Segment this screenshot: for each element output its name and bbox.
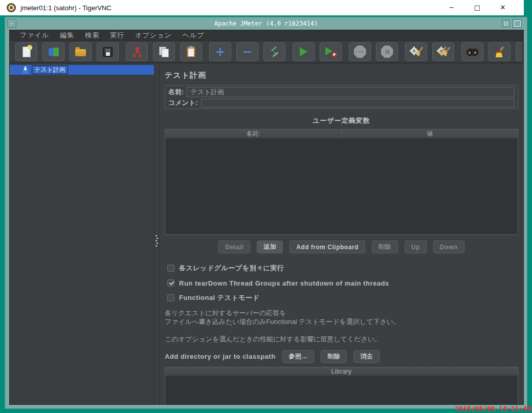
- copy-button[interactable]: [153, 42, 175, 61]
- library-table[interactable]: Library: [165, 367, 518, 404]
- delete-button[interactable]: 削除: [372, 241, 398, 253]
- stop-button[interactable]: STOP: [349, 42, 371, 61]
- note-line-1: 各リクエストに対するサーバーの応答を: [165, 309, 518, 317]
- cut-scissors-icon: [132, 47, 142, 57]
- cut-button[interactable]: [126, 42, 148, 61]
- templates-icon: [48, 48, 59, 56]
- udv-button-row: Detail 追加 Add from Clipboard 削除 Up Down: [165, 241, 518, 253]
- window-menu-button[interactable]: –: [7, 19, 16, 28]
- save-button[interactable]: [97, 42, 119, 61]
- note-line-2: ファイルへ書き込みたい場合のみFunctional テストモードを選択して下さい…: [165, 317, 518, 326]
- open-file-button[interactable]: [70, 42, 92, 61]
- name-input[interactable]: [187, 87, 515, 97]
- tigervnc-logo-icon: [7, 3, 16, 12]
- run-threadgroups-separately-label: 各スレッドグループを別々に実行: [179, 264, 284, 273]
- udv-table-header: 名前: 値: [165, 129, 518, 138]
- start-no-timers-button[interactable]: [320, 42, 342, 61]
- save-floppy-icon: [103, 47, 113, 57]
- clipped-toolbar-button[interactable]: [516, 42, 522, 61]
- menu-options[interactable]: オプション: [135, 31, 172, 40]
- library-table-body[interactable]: [165, 376, 518, 404]
- new-file-icon: [23, 47, 31, 57]
- functional-mode-checkbox[interactable]: [167, 294, 174, 301]
- vnc-timestamp: 2018/08/09 14:21:40: [455, 405, 531, 412]
- vnc-titlebar: jmeter01:1 (satohr) - TigerVNC − □ ✕: [0, 0, 524, 15]
- shutdown-octagon-icon: [381, 46, 393, 58]
- browse-button[interactable]: 参照...: [282, 350, 315, 363]
- paste-button[interactable]: [180, 42, 202, 61]
- stop-sign-icon: STOP: [354, 46, 366, 58]
- menu-search[interactable]: 検索: [85, 31, 99, 40]
- test-plan-tree[interactable]: テスト計画: [10, 65, 154, 404]
- menu-help[interactable]: ヘルプ: [183, 31, 205, 40]
- classpath-delete-button[interactable]: 削除: [321, 350, 347, 363]
- run-teardown-row: Run tearDown Thread Groups after shutdow…: [167, 279, 518, 287]
- toggle-element-button[interactable]: ↘: [263, 42, 285, 61]
- minimize-button[interactable]: −: [440, 0, 463, 15]
- shutdown-button[interactable]: [376, 42, 398, 61]
- window-minimize-button[interactable]: [502, 19, 509, 27]
- jmeter-titlebar[interactable]: – Apache JMeter (4.0 r1823414): [5, 17, 527, 29]
- menu-file[interactable]: ファイル: [20, 31, 49, 40]
- run-threadgroups-separately-checkbox[interactable]: [167, 265, 174, 272]
- library-header[interactable]: Library: [165, 367, 518, 376]
- options-checkboxes: 各スレッドグループを別々に実行 Run tearDown Thread Grou…: [167, 264, 518, 302]
- start-button[interactable]: [293, 42, 315, 61]
- clear-all-button[interactable]: [432, 42, 454, 61]
- udv-table-body[interactable]: [165, 138, 518, 234]
- new-file-button[interactable]: [15, 42, 37, 61]
- jmeter-window-title: Apache JMeter (4.0 r1823414): [5, 20, 527, 27]
- up-button[interactable]: Up: [405, 241, 427, 253]
- test-plan-panel: テスト計画 名前: コメント: ユーザー定義変数: [160, 65, 523, 404]
- clear-all-gear-brooms-icon: [437, 47, 450, 57]
- classpath-clear-button[interactable]: 消去: [353, 350, 380, 363]
- open-template-button[interactable]: [42, 42, 64, 61]
- name-comment-box: 名前: コメント:: [165, 85, 518, 109]
- add-button[interactable]: 追加: [257, 241, 283, 253]
- menu-run[interactable]: 実行: [110, 31, 124, 40]
- maximize-button[interactable]: □: [465, 0, 489, 15]
- run-threadgroups-separately-row: 各スレッドグループを別々に実行: [167, 264, 518, 272]
- run-teardown-checkbox[interactable]: [167, 279, 174, 287]
- splitter-grip-icon[interactable]: [156, 234, 158, 248]
- functional-mode-note: 各リクエストに対するサーバーの応答を ファイルへ書き込みたい場合のみFuncti…: [165, 309, 518, 343]
- plus-icon: [215, 46, 225, 58]
- close-button[interactable]: ✕: [491, 0, 515, 15]
- add-element-button[interactable]: [209, 42, 231, 61]
- search-reset-button[interactable]: [489, 42, 511, 61]
- screen: jmeter01:1 (satohr) - TigerVNC − □ ✕ – A…: [0, 0, 532, 413]
- note-spacer: [165, 326, 518, 335]
- panel-title: テスト計画: [165, 71, 518, 80]
- jmeter-window: – Apache JMeter (4.0 r1823414) ファイル 編集 検…: [5, 17, 527, 409]
- tree-node-test-plan[interactable]: テスト計画: [10, 65, 154, 75]
- start-no-pauses-icon: [325, 47, 337, 57]
- udv-column-name[interactable]: 名前:: [165, 129, 342, 138]
- test-plan-icon: [22, 67, 29, 74]
- toggle-arrows-icon: ↘: [270, 47, 280, 57]
- menu-bar: ファイル 編集 検索 実行 オプション ヘルプ: [10, 30, 523, 41]
- jmeter-app: ファイル 編集 検索 実行 オプション ヘルプ ↘: [9, 30, 524, 405]
- comment-input[interactable]: [201, 99, 515, 107]
- user-defined-variables-title: ユーザー定義変数: [165, 116, 518, 125]
- remove-element-button[interactable]: [236, 42, 258, 61]
- comment-label: コメント:: [168, 98, 198, 107]
- window-maximize-button[interactable]: [513, 19, 522, 28]
- run-teardown-label: Run tearDown Thread Groups after shutdow…: [179, 279, 389, 287]
- add-from-clipboard-button[interactable]: Add from Clipboard: [290, 241, 365, 253]
- tree-node-label[interactable]: テスト計画: [32, 66, 68, 74]
- vnc-window-controls: − □ ✕: [440, 0, 524, 15]
- detail-button[interactable]: Detail: [218, 241, 250, 253]
- udv-column-value[interactable]: 値: [342, 129, 518, 138]
- clear-gear-broom-icon: [410, 47, 423, 57]
- functional-mode-row: Functional テストモード: [167, 294, 518, 302]
- tree-main-splitter[interactable]: [154, 65, 160, 404]
- menu-edit[interactable]: 編集: [60, 31, 74, 40]
- search-button[interactable]: [461, 42, 483, 61]
- binoculars-search-icon: [467, 48, 478, 55]
- toolbar: ↘ STOP: [10, 41, 523, 63]
- clear-button[interactable]: [405, 42, 427, 61]
- functional-mode-label: Functional テストモード: [179, 293, 259, 302]
- vnc-window-title: jmeter01:1 (satohr) - TigerVNC: [20, 4, 112, 12]
- user-defined-variables-table[interactable]: 名前: 値: [165, 129, 518, 235]
- down-button[interactable]: Down: [433, 241, 464, 253]
